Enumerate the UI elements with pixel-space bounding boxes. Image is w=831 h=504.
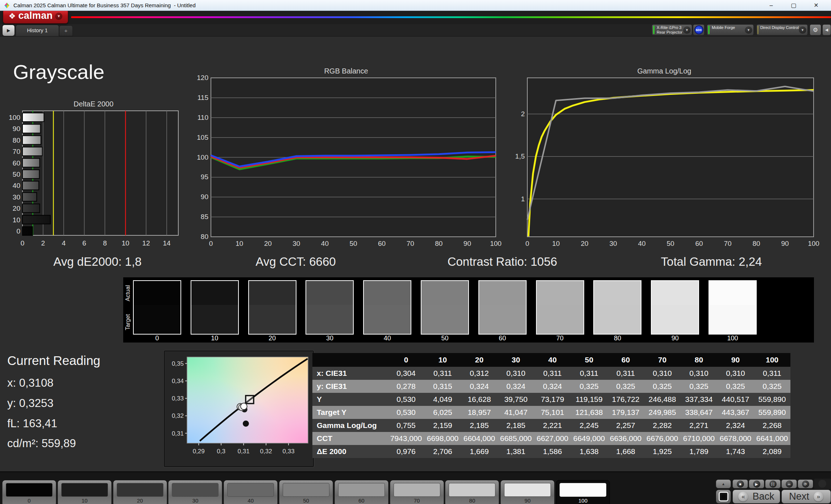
table-col-header: 90 xyxy=(717,353,754,367)
pattern-button-70[interactable]: 70 xyxy=(390,480,444,504)
deltae-bar-100 xyxy=(22,113,44,122)
table-cell: 2,324 xyxy=(717,419,754,432)
calman-menu-button[interactable]: ❖ calman ▼ xyxy=(3,9,68,24)
pattern-swatch xyxy=(504,483,551,497)
svg-text:20: 20 xyxy=(13,205,20,212)
table-col-header: 20 xyxy=(461,353,498,367)
grayscale-swatch-0: 0 xyxy=(133,277,181,343)
svg-text:100: 100 xyxy=(9,114,20,121)
pattern-window-button[interactable] xyxy=(716,490,731,504)
table-cell: 6698,000 xyxy=(424,432,461,445)
pane-toggle-button[interactable]: ▶ xyxy=(2,25,15,36)
continuous-measure-button[interactable]: ∞ xyxy=(781,479,797,488)
tab-history-1[interactable]: History 1 xyxy=(16,25,59,36)
next-button[interactable]: Next » xyxy=(781,490,831,504)
swatch-level-label: 40 xyxy=(363,335,411,342)
target-color xyxy=(479,305,526,334)
svg-text:30: 30 xyxy=(13,193,20,201)
table-row-label: CCT xyxy=(312,432,388,445)
table-col-header: 60 xyxy=(607,353,644,367)
svg-text:90: 90 xyxy=(13,125,20,133)
pattern-swatch xyxy=(283,483,329,497)
svg-text:60: 60 xyxy=(695,240,703,247)
table-cell: 0,325 xyxy=(644,380,681,393)
play-icon: ▶ xyxy=(755,482,758,486)
swatch-level-label: 0 xyxy=(133,335,181,342)
table-cell: 1,789 xyxy=(681,445,717,458)
settings-button[interactable]: ⚙ xyxy=(810,24,821,35)
swatch-level-label: 30 xyxy=(306,335,354,342)
actual-color xyxy=(191,281,238,305)
stat-avg-de2000: Avg dE2000: 1,8 xyxy=(53,255,141,269)
display-control-dropdown[interactable]: Direct Display Control ▼ xyxy=(756,24,808,35)
table-cell: 2,271 xyxy=(681,419,717,432)
minimize-button[interactable]: – xyxy=(760,0,782,11)
svg-text:105: 105 xyxy=(197,134,208,141)
chevron-left-icon: ◀ xyxy=(825,28,828,32)
pattern-level-label: 80 xyxy=(445,497,499,504)
pattern-button-60[interactable]: 60 xyxy=(335,480,389,504)
source-dropdown[interactable]: Mobile Forge ▼ xyxy=(707,24,754,35)
meter-sync-button[interactable]: 600 xyxy=(693,24,705,35)
add-tab-button[interactable]: + xyxy=(59,25,73,36)
play-measure-button[interactable]: ▶ xyxy=(749,479,764,488)
svg-text:90: 90 xyxy=(781,240,789,247)
maximize-button[interactable]: ▢ xyxy=(782,0,805,11)
svg-text:70: 70 xyxy=(407,240,414,247)
grayscale-swatch-40: 40 xyxy=(363,277,411,343)
close-button[interactable]: ✕ xyxy=(805,0,827,11)
swatch-level-label: 100 xyxy=(709,335,757,342)
meter-name: X-Rite i1Pro 3 xyxy=(657,25,682,30)
table-cell: 2,089 xyxy=(754,445,790,458)
repeat-icon: ⟳ xyxy=(804,482,807,486)
svg-text:0: 0 xyxy=(16,227,20,235)
table-cell: 2,257 xyxy=(607,419,644,432)
expand-panel-button[interactable]: ▲ xyxy=(716,479,731,488)
table-cell: 1,743 xyxy=(717,445,754,458)
table-cell: 6710,000 xyxy=(681,432,717,445)
source-name: Mobile Forge xyxy=(712,25,735,30)
target-color xyxy=(191,305,238,334)
target-color xyxy=(249,305,296,334)
svg-text:60: 60 xyxy=(378,240,386,247)
pattern-button-40[interactable]: 40 xyxy=(224,480,278,504)
actual-color xyxy=(421,281,468,305)
svg-text:0,32: 0,32 xyxy=(260,448,272,455)
table-cell: 0,310 xyxy=(681,367,717,380)
svg-text:100: 100 xyxy=(197,154,208,161)
actual-color xyxy=(306,281,353,305)
svg-text:70: 70 xyxy=(724,240,731,247)
svg-text:0,3: 0,3 xyxy=(217,448,225,455)
pattern-swatch xyxy=(117,483,163,497)
read-series-button[interactable]: [·] xyxy=(765,479,781,488)
pattern-button-10[interactable]: 10 xyxy=(58,480,112,504)
table-cell: 119,159 xyxy=(571,393,607,406)
table-cell: 0,325 xyxy=(681,380,717,393)
next-label: Next xyxy=(789,491,809,502)
collapse-panel-button[interactable]: ◀ xyxy=(822,24,831,35)
grayscale-swatch-50: 50 xyxy=(421,277,469,343)
meter-dropdown[interactable]: X-Rite i1Pro 3 Rear Projector ▼ xyxy=(652,24,692,35)
pattern-button-80[interactable]: 80 xyxy=(445,480,499,504)
pattern-button-50[interactable]: 50 xyxy=(279,480,333,504)
pattern-swatch xyxy=(6,483,53,497)
stop-measure-button[interactable]: ■ xyxy=(732,479,748,488)
back-button[interactable]: « Back xyxy=(732,490,780,504)
pattern-level-label: 100 xyxy=(556,497,610,504)
pattern-button-90[interactable]: 90 xyxy=(500,480,554,504)
table-cell: 6627,000 xyxy=(534,432,571,445)
table-cell: 559,890 xyxy=(754,393,790,406)
target-color xyxy=(709,305,756,334)
pattern-button-100[interactable]: 100 xyxy=(556,480,610,504)
table-cell: 249,985 xyxy=(644,406,681,419)
stop-icon: ■ xyxy=(739,482,741,486)
svg-text:40: 40 xyxy=(638,240,645,247)
table-cell: 0,310 xyxy=(498,367,534,380)
svg-text:4: 4 xyxy=(62,239,66,247)
pattern-button-30[interactable]: 30 xyxy=(168,480,222,504)
pattern-button-0[interactable]: 0 xyxy=(2,480,56,504)
pattern-button-20[interactable]: 20 xyxy=(113,480,167,504)
pattern-window-icon xyxy=(719,492,728,501)
repeat-measure-button[interactable]: ⟳ xyxy=(798,479,813,488)
table-cell: 6636,000 xyxy=(607,432,644,445)
